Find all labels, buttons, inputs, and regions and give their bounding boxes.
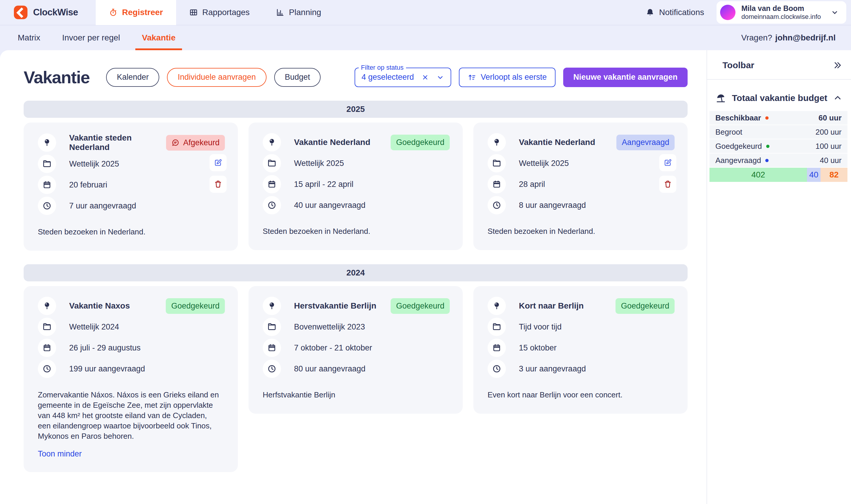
tab-matrix[interactable]: Matrix bbox=[18, 25, 40, 50]
nav-tab-label: Planning bbox=[289, 8, 321, 17]
toolbar-sidebar: Toolbar Totaal vakantie budget Beschikba… bbox=[707, 50, 851, 504]
budget-label: Aangevraagd bbox=[715, 156, 761, 165]
budget-row-goedgekeurd: Goedgekeurd 100 uur bbox=[710, 139, 848, 153]
status-badge[interactable]: Goedgekeurd bbox=[615, 298, 675, 314]
nav-tab-rapportages[interactable]: Rapportages bbox=[176, 0, 263, 25]
user-menu[interactable]: Mila van de Boom domeinnaam.clockwise.in… bbox=[716, 1, 846, 24]
nav-tab-label: Rapportages bbox=[203, 8, 250, 17]
status-badge[interactable]: Afgekeurd bbox=[166, 135, 225, 150]
card-hours: 7 uur aangevraagd bbox=[69, 201, 136, 211]
status-badge[interactable]: Goedgekeurd bbox=[166, 298, 225, 314]
edit-button[interactable] bbox=[209, 154, 227, 171]
sort-button[interactable]: Verloopt als eerste bbox=[459, 68, 556, 87]
chevron-down-icon[interactable] bbox=[436, 73, 444, 81]
card-description: Herfstvakantie Berlijn bbox=[263, 390, 446, 400]
calendar-icon bbox=[263, 175, 281, 193]
bar-chart-icon bbox=[276, 8, 284, 17]
status-label: Goedgekeurd bbox=[396, 302, 445, 311]
card-date: 7 oktober - 21 oktober bbox=[294, 343, 372, 353]
chevron-up-icon[interactable] bbox=[833, 94, 842, 103]
folder-icon bbox=[38, 318, 56, 336]
sort-ascending-icon bbox=[468, 73, 476, 82]
trash-icon bbox=[214, 180, 223, 189]
card-title: Vakantie Naxos bbox=[69, 301, 130, 311]
kalender-button[interactable]: Kalender bbox=[106, 68, 159, 87]
comment-icon bbox=[171, 139, 180, 147]
delete-button[interactable] bbox=[209, 176, 227, 193]
card-hours: 40 uur aangevraagd bbox=[294, 201, 366, 210]
vacation-card: Vakantie Nederland Aangevraagd Wettelijk… bbox=[473, 123, 688, 250]
sub-navbar: Matrix Invoer per regel Vakantie Vragen?… bbox=[0, 25, 851, 50]
show-less-link[interactable]: Toon minder bbox=[38, 449, 225, 458]
help-area: Vragen?john@bedrijf.nl bbox=[741, 33, 836, 42]
card-hours: 8 uur aangevraagd bbox=[519, 201, 586, 210]
tab-label: Vakantie bbox=[142, 33, 175, 42]
delete-button[interactable] bbox=[659, 176, 676, 193]
divider bbox=[707, 79, 851, 80]
card-category: Wettelijk 2025 bbox=[519, 159, 569, 168]
brand[interactable]: ClockWise bbox=[14, 5, 78, 19]
pin-icon bbox=[488, 297, 506, 315]
folder-icon bbox=[488, 318, 506, 336]
double-chevron-right-icon[interactable] bbox=[833, 60, 842, 70]
clock-icon bbox=[263, 196, 281, 214]
sort-label: Verloopt als eerste bbox=[481, 73, 547, 82]
card-hours: 3 uur aangevraagd bbox=[519, 364, 586, 374]
avatar bbox=[720, 5, 735, 20]
help-email[interactable]: john@bedrijf.nl bbox=[775, 33, 836, 42]
nav-tab-planning[interactable]: Planning bbox=[263, 0, 334, 25]
pin-icon bbox=[263, 297, 281, 315]
card-description: Steden bezoeken in Nederland. bbox=[263, 226, 446, 236]
status-badge[interactable]: Goedgekeurd bbox=[390, 298, 450, 314]
year-label: 2025 bbox=[346, 105, 365, 114]
budget-label: Beschikbaar bbox=[715, 113, 761, 123]
budget-widget-header[interactable]: Totaal vakantie budget bbox=[715, 93, 842, 103]
card-date: 15 oktober bbox=[519, 343, 557, 353]
budget-table: Beschikbaar 60 uur Begroot 200 uur Goedg… bbox=[710, 111, 848, 167]
clockwise-logo-icon bbox=[14, 5, 28, 19]
budget-value: 100 uur bbox=[816, 142, 841, 151]
bar-segment-available: 82 bbox=[820, 168, 848, 182]
notifications-button[interactable]: Notifications bbox=[646, 8, 704, 17]
nav-tab-registreer[interactable]: Registreer bbox=[96, 0, 176, 25]
status-dot bbox=[765, 116, 768, 120]
top-navbar: ClockWise Registreer Rapportages bbox=[0, 0, 851, 25]
budget-title: Totaal vakantie budget bbox=[732, 93, 827, 103]
pin-icon bbox=[38, 297, 56, 315]
card-description: Steden bezoeken in Nederland. bbox=[38, 227, 221, 237]
clock-icon bbox=[263, 360, 281, 378]
status-badge[interactable]: Goedgekeurd bbox=[390, 134, 450, 150]
status-label: Aangevraagd bbox=[622, 138, 669, 147]
card-title: Vakantie Nederland bbox=[294, 138, 370, 147]
tab-vakantie[interactable]: Vakantie bbox=[142, 25, 175, 50]
status-label: Afgekeurd bbox=[183, 138, 220, 147]
new-vacation-request-button[interactable]: Nieuwe vakantie aanvragen bbox=[563, 68, 688, 87]
stopwatch-icon bbox=[109, 8, 118, 17]
tab-invoer-per-regel[interactable]: Invoer per regel bbox=[62, 25, 120, 50]
status-badge[interactable]: Aangevraagd bbox=[616, 134, 675, 150]
status-filter-select[interactable]: Filter op status 4 geselecteerd bbox=[354, 68, 451, 87]
clock-icon bbox=[38, 360, 56, 378]
card-title: Kort naar Berlijn bbox=[519, 301, 584, 311]
close-icon[interactable] bbox=[422, 74, 429, 81]
vacation-card: Kort naar Berlijn Goedgekeurd Tijd voor … bbox=[473, 286, 688, 414]
clock-icon bbox=[488, 196, 506, 214]
year-label: 2024 bbox=[346, 268, 365, 277]
clock-icon bbox=[488, 360, 506, 378]
card-description: Zomervakantie Náxos. Náxos is een Grieks… bbox=[38, 390, 221, 442]
year-header-2025: 2025 bbox=[24, 101, 688, 118]
table-grid-icon bbox=[189, 8, 198, 17]
folder-icon bbox=[38, 155, 56, 173]
pin-icon bbox=[488, 133, 506, 151]
status-label: Goedgekeurd bbox=[621, 302, 669, 311]
card-hours: 199 uur aangevraagd bbox=[69, 364, 145, 374]
individuele-aanvragen-button[interactable]: Individuele aanvragen bbox=[167, 68, 266, 87]
card-category: Tijd voor tijd bbox=[519, 322, 562, 331]
edit-button[interactable] bbox=[659, 154, 676, 171]
pin-icon bbox=[263, 133, 281, 151]
main-content: Vakantie Kalender Individuele aanvragen … bbox=[0, 50, 707, 504]
calendar-icon bbox=[38, 176, 56, 194]
budget-button[interactable]: Budget bbox=[274, 68, 321, 87]
calendar-icon bbox=[488, 175, 506, 193]
card-date: 20 februari bbox=[69, 180, 107, 190]
